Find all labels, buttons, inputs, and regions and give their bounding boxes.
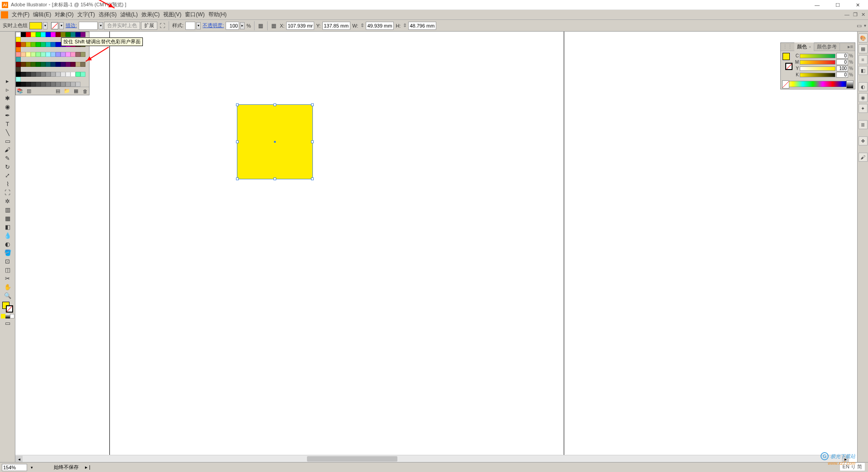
menu-file[interactable]: 文件(F) xyxy=(10,10,31,19)
menu-view[interactable]: 视图(V) xyxy=(161,10,183,19)
doc-restore-icon[interactable]: ❐ xyxy=(853,12,858,18)
y-input[interactable] xyxy=(322,22,350,30)
menu-filter[interactable]: 滤镜(L) xyxy=(118,10,140,19)
align-icon[interactable]: ▦ xyxy=(270,22,278,30)
transform-ref-icon[interactable]: ▦ xyxy=(257,22,265,30)
stroke-weight-dd[interactable]: ▾ xyxy=(99,22,103,29)
menu-effect[interactable]: 效果(C) xyxy=(140,10,162,19)
style-dd[interactable]: ▾ xyxy=(196,22,201,29)
doc-close-icon[interactable]: ✕ xyxy=(861,12,865,18)
stroke-weight-input[interactable] xyxy=(79,22,98,30)
selection-label: 实时上色组 xyxy=(2,22,28,29)
doc-minimize-icon[interactable]: — xyxy=(844,12,849,18)
menu-object[interactable]: 对象(O) xyxy=(53,10,75,19)
menu-bar: 文件(F) 编辑(E) 对象(O) 文字(T) 选择(S) 滤镜(L) 效果(C… xyxy=(0,10,868,20)
opacity-link[interactable]: 不透明度: xyxy=(202,22,225,29)
isolate-icon[interactable]: ⛶ xyxy=(158,22,166,30)
menu-help[interactable]: 帮助(H) xyxy=(207,10,229,19)
merge-livepaint-button[interactable]: 合并实时上色 xyxy=(104,22,140,30)
link-wh-icon[interactable]: ⇕ xyxy=(360,23,364,28)
control-bar: 实时上色组 ▾ ▾ 描边: ▾ 合并实时上色 扩展 ⛶ 样式: ▾ 不透明度: … xyxy=(0,20,868,32)
menu-window[interactable]: 窗口(W) xyxy=(183,10,206,19)
panel-toggle-icon[interactable]: ▭ xyxy=(855,22,863,30)
fill-dropdown[interactable]: ▾ xyxy=(43,22,47,29)
app-icon: Ai xyxy=(2,2,8,8)
stroke-color-swatch[interactable] xyxy=(51,22,58,29)
w-input[interactable] xyxy=(366,22,394,30)
collapse-icon[interactable]: ▾ xyxy=(864,23,866,28)
fill-color-swatch[interactable] xyxy=(29,22,42,29)
menu-select[interactable]: 选择(S) xyxy=(97,10,118,19)
stroke-link[interactable]: 描边: xyxy=(65,22,78,29)
stroke-dropdown[interactable]: ▾ xyxy=(59,22,64,29)
opacity-dd[interactable]: ▸ xyxy=(240,22,245,29)
menu-edit[interactable]: 编辑(E) xyxy=(31,10,53,19)
doc-icon xyxy=(1,11,8,19)
style-swatch[interactable] xyxy=(185,22,195,30)
expand-button[interactable]: 扩展 xyxy=(141,22,157,30)
x-input[interactable] xyxy=(286,22,314,30)
close-button[interactable]: ✕ xyxy=(848,0,868,10)
style-label: 样式: xyxy=(171,22,184,29)
h-input[interactable] xyxy=(408,22,436,30)
minimize-button[interactable]: — xyxy=(807,0,827,10)
link-wh-icon2[interactable]: ⇕ xyxy=(403,23,407,28)
maximize-button[interactable]: ☐ xyxy=(827,0,848,10)
menu-type[interactable]: 文字(T) xyxy=(75,10,97,19)
opacity-input[interactable] xyxy=(226,22,239,30)
